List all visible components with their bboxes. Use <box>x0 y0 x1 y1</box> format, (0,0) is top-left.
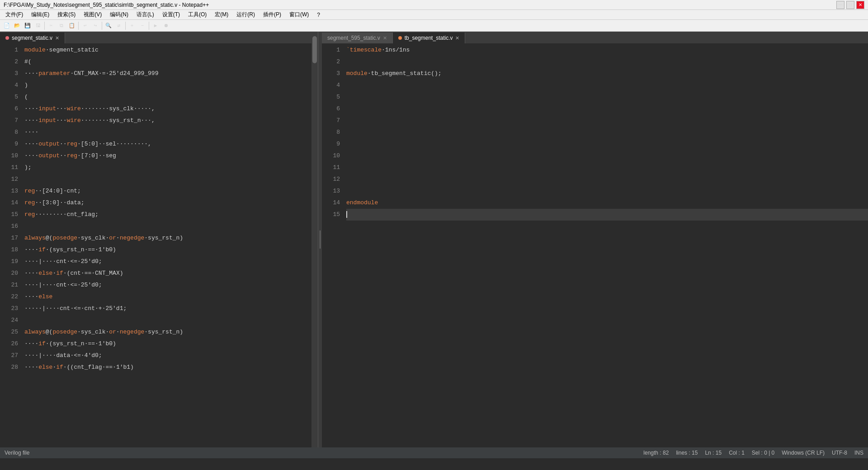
code-line: always@(posedge·sys_clk·or·negedge·sys_r… <box>24 232 318 244</box>
code-line: ····else·if·(cnt·==·CNT_MAX) <box>24 268 318 279</box>
pane-splitter[interactable] <box>318 32 322 447</box>
status-bar: Verilog file length : 82 lines : 15 Ln :… <box>0 447 868 458</box>
code-line <box>24 174 318 185</box>
editor-area: segment_static.v ✕ 12345 678910 11121314… <box>0 32 868 447</box>
code-line: ····parameter·CNT_MAX·=·25'd24_999_999 <box>24 68 318 80</box>
left-tab-active[interactable]: segment_static.v ✕ <box>0 33 65 43</box>
code-line: ); <box>24 162 318 174</box>
menu-run[interactable]: 运行(R) <box>233 10 259 19</box>
left-tab-label: segment_static.v <box>12 35 52 41</box>
right-tab-tb[interactable]: tb_segment_static.v ✕ <box>393 33 466 43</box>
minimize-button[interactable]: ─ <box>836 1 844 9</box>
code-line: ····else <box>24 291 318 303</box>
code-line: always@(posedge·sys_clk·or·negedge·sys_r… <box>24 326 318 338</box>
toolbar-sep-1 <box>44 22 45 30</box>
left-tab-close[interactable]: ✕ <box>55 35 59 41</box>
left-code-lines: module·segment_static #( ····parameter·C… <box>23 43 318 447</box>
tab-indicator-red <box>5 36 9 40</box>
toolbar-sep-5 <box>149 22 149 30</box>
code-line <box>346 162 868 174</box>
left-code-editor[interactable]: 12345 678910 1112131415 1617181920 21222… <box>0 43 318 447</box>
menu-settings[interactable]: 设置(T) <box>159 10 184 19</box>
menu-tools[interactable]: 工具(O) <box>184 10 210 19</box>
run-button[interactable]: ▶ <box>151 21 160 31</box>
title-text: F:\FPGA\My_Study_Notes\segment_595_stati… <box>4 2 209 8</box>
menu-language[interactable]: 语言(L) <box>133 10 158 19</box>
code-line <box>346 103 868 115</box>
menu-search[interactable]: 搜索(S) <box>54 10 79 19</box>
right-tab-segment595[interactable]: segment_595_static.v ✕ <box>322 33 393 43</box>
right-tab-close-2[interactable]: ✕ <box>455 35 459 41</box>
save-all-button[interactable]: 🖫 <box>33 21 43 31</box>
close-button[interactable]: ✕ <box>856 1 864 9</box>
code-line <box>24 221 318 232</box>
right-tab-bar: segment_595_static.v ✕ tb_segment_static… <box>322 32 868 43</box>
code-line: ····output··reg·[5:0]··sel·········, <box>24 138 318 150</box>
left-tab-bar: segment_static.v ✕ <box>0 32 318 43</box>
status-col: Col : 1 <box>729 450 745 456</box>
menu-plugins[interactable]: 插件(P) <box>259 10 285 19</box>
cut-button[interactable]: ✂ <box>46 21 56 31</box>
redo-button[interactable]: ↪ <box>90 21 100 31</box>
code-line: #( <box>24 56 318 68</box>
code-line: ···· <box>24 127 318 138</box>
left-pane: segment_static.v ✕ 12345 678910 11121314… <box>0 32 318 447</box>
left-line-numbers: 12345 678910 1112131415 1617181920 21222… <box>0 43 23 447</box>
status-filetype: Verilog file <box>5 450 29 456</box>
record-button[interactable]: ⏺ <box>161 21 171 31</box>
zoom-out-button[interactable]: − <box>137 21 147 31</box>
right-pane: segment_595_static.v ✕ tb_segment_static… <box>322 32 868 447</box>
right-code-lines: `timescale·1ns/1ns module·tb_segment_sta… <box>344 43 868 447</box>
status-encoding: Windows (CR LF) <box>782 450 825 456</box>
code-line: ·····|····cnt·<=·cnt·+·25'd1; <box>24 303 318 315</box>
menu-help[interactable]: ? <box>313 11 324 19</box>
code-line: ····if·(sys_rst_n·==·1'b0) <box>24 338 318 350</box>
code-line: endmodule <box>346 197 868 209</box>
code-line: reg··[24:0]·cnt; <box>24 185 318 197</box>
menu-file[interactable]: 文件(F) <box>2 10 27 19</box>
code-line <box>346 174 868 185</box>
code-line: reg·········cnt_flag; <box>24 209 318 221</box>
paste-button[interactable]: 📋 <box>67 21 77 31</box>
menu-view[interactable]: 视图(V) <box>80 10 105 19</box>
code-line <box>346 127 868 138</box>
left-scrollbar[interactable] <box>311 43 318 447</box>
open-button[interactable]: 📂 <box>12 21 22 31</box>
status-length: length : 82 <box>643 450 669 456</box>
code-line: ····|····cnt·<=·25'd0; <box>24 279 318 291</box>
status-lines: lines : 15 <box>676 450 698 456</box>
zoom-in-button[interactable]: + <box>127 21 137 31</box>
status-left: Verilog file <box>5 450 29 456</box>
find-button[interactable]: 🔍 <box>104 21 113 31</box>
code-line <box>346 138 868 150</box>
status-ins: INS <box>854 450 863 456</box>
toolbar-sep-2 <box>78 22 79 30</box>
maximize-button[interactable]: □ <box>846 1 854 9</box>
right-code-editor[interactable]: 12345 678910 1112131415 `timescale·1ns/1… <box>322 43 868 447</box>
code-line: ( <box>24 91 318 103</box>
right-tab-close-1[interactable]: ✕ <box>383 35 387 41</box>
save-button[interactable]: 💾 <box>23 21 33 31</box>
menu-edit[interactable]: 编辑(E) <box>28 10 53 19</box>
toolbar-sep-3 <box>102 22 102 30</box>
new-button[interactable]: 📄 <box>2 21 12 31</box>
code-line: ····input···wire········sys_rst_n···, <box>24 115 318 127</box>
menu-encode[interactable]: 编码(N) <box>106 10 132 19</box>
status-sel: Sel : 0 | 0 <box>752 450 774 456</box>
code-line: module·tb_segment_static(); <box>346 68 868 80</box>
undo-button[interactable]: ↩ <box>80 21 90 31</box>
code-line: ····|····data·<=·4'd0; <box>24 350 318 362</box>
copy-button[interactable]: ⧉ <box>57 21 66 31</box>
tab-indicator-orange <box>398 36 402 40</box>
status-ln: Ln : 15 <box>705 450 722 456</box>
replace-button[interactable]: ⇄ <box>114 21 124 31</box>
code-line: ····else·if·((cnt_flag·==·1'b1) <box>24 362 318 373</box>
code-line <box>346 115 868 127</box>
code-line: ) <box>24 80 318 91</box>
menu-window[interactable]: 窗口(W) <box>286 10 312 19</box>
left-scrollbar-thumb[interactable] <box>312 43 317 63</box>
title-controls: ─ □ ✕ <box>836 1 864 9</box>
title-bar: F:\FPGA\My_Study_Notes\segment_595_stati… <box>0 0 868 10</box>
code-line: ····|····cnt·<=·25'd0; <box>24 256 318 268</box>
menu-macro[interactable]: 宏(M) <box>211 10 232 19</box>
